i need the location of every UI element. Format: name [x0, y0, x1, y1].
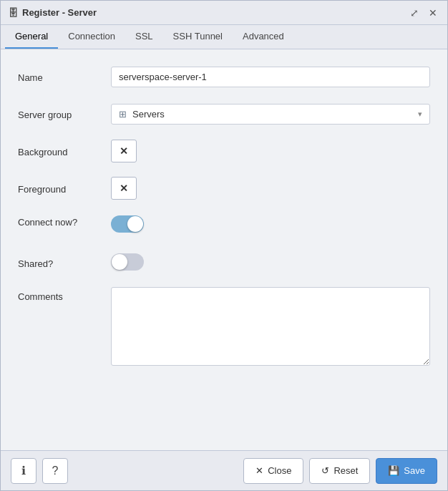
background-row: Background ✕ [18, 138, 430, 164]
shared-control [111, 253, 430, 273]
name-control [111, 67, 430, 87]
shared-label: Shared? [18, 257, 111, 269]
background-clear-button[interactable]: ✕ [111, 140, 137, 162]
server-group-value: Servers [132, 109, 165, 120]
name-input[interactable] [111, 67, 430, 87]
close-label: Close [268, 465, 291, 476]
foreground-clear-button[interactable]: ✕ [111, 177, 137, 200]
register-server-dialog: 🗄 Register - Server ⤢ ✕ General Connecti… [0, 0, 448, 491]
chevron-down-icon: ▾ [418, 110, 422, 119]
comments-textarea[interactable] [111, 287, 430, 366]
server-group-row: Server group ⊞ Servers ▾ [18, 101, 430, 127]
close-button[interactable]: ✕ Close [243, 458, 303, 484]
expand-button[interactable]: ⤢ [407, 6, 422, 19]
titlebar-actions: ⤢ ✕ [407, 6, 440, 19]
reset-button[interactable]: ↺ Reset [309, 458, 370, 484]
footer-left: ℹ ? [11, 458, 68, 484]
close-icon: ✕ [255, 465, 263, 476]
foreground-control: ✕ [111, 177, 430, 200]
connect-now-row: Connect now? [18, 213, 430, 238]
connect-now-control [111, 215, 430, 235]
tab-connection[interactable]: Connection [58, 25, 125, 49]
info-button[interactable]: ℹ [11, 458, 36, 484]
shared-row: Shared? [18, 250, 430, 276]
name-row: Name [18, 64, 430, 89]
titlebar-left: 🗄 Register - Server [8, 7, 97, 19]
close-title-button[interactable]: ✕ [426, 6, 440, 19]
foreground-row: Foreground ✕ [18, 175, 430, 201]
server-group-control: ⊞ Servers ▾ [111, 104, 430, 125]
comments-control [111, 287, 430, 368]
name-label: Name [18, 71, 111, 83]
connect-now-label: Connect now? [18, 215, 111, 228]
reset-label: Reset [333, 465, 358, 476]
titlebar: 🗄 Register - Server ⤢ ✕ [1, 1, 447, 25]
foreground-label: Foreground [18, 183, 111, 195]
tab-ssh-tunnel[interactable]: SSH Tunnel [163, 25, 233, 49]
background-label: Background [18, 145, 111, 157]
reset-icon: ↺ [321, 465, 329, 476]
server-group-icon: ⊞ [119, 109, 127, 120]
shared-toggle[interactable] [111, 253, 144, 271]
footer: ℹ ? ✕ Close ↺ Reset 💾 Save [1, 450, 447, 490]
background-control: ✕ [111, 140, 430, 162]
save-button[interactable]: 💾 Save [376, 458, 437, 484]
help-button[interactable]: ? [42, 458, 68, 484]
dialog-icon: 🗄 [8, 7, 18, 19]
comments-label: Comments [18, 287, 111, 302]
form-content: Name Server group ⊞ Servers ▾ Background [1, 49, 447, 450]
server-group-label: Server group [18, 108, 111, 120]
tabs-bar: General Connection SSL SSH Tunnel Advanc… [1, 25, 447, 49]
comments-row: Comments [18, 287, 430, 368]
save-label: Save [404, 465, 425, 476]
save-icon: 💾 [388, 465, 399, 476]
connect-now-toggle[interactable] [111, 215, 144, 233]
dialog-title: Register - Server [22, 7, 97, 18]
tab-advanced[interactable]: Advanced [233, 25, 294, 49]
tab-general[interactable]: General [5, 25, 58, 49]
footer-right: ✕ Close ↺ Reset 💾 Save [243, 458, 437, 484]
server-group-select[interactable]: ⊞ Servers ▾ [111, 104, 430, 125]
tab-ssl[interactable]: SSL [125, 25, 163, 49]
